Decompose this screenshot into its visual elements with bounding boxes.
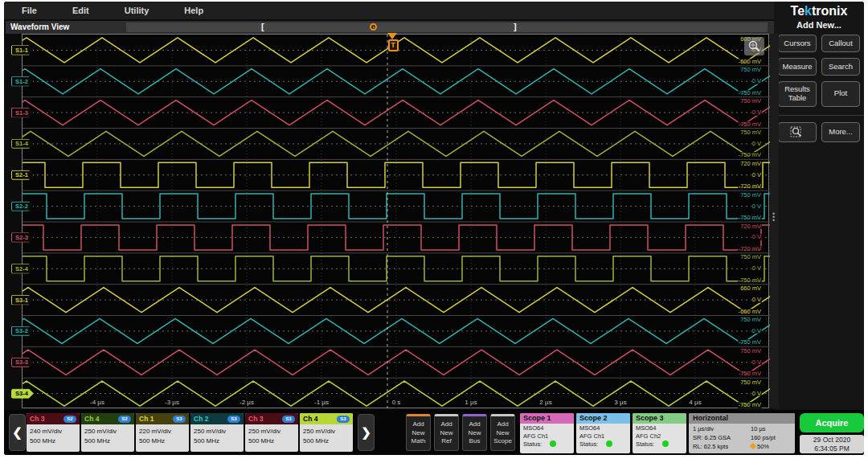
channel-badge-ch4[interactable]: Ch 4S2250 mV/div500 MHz <box>81 413 134 452</box>
scope-status: Status: <box>636 440 683 449</box>
scope-status: Status: <box>523 440 571 449</box>
scope-name: Scope 3 <box>633 413 686 424</box>
scope-tag-s3: S3 <box>173 416 186 423</box>
tab-strip: Waveform View [ ] <box>6 21 774 34</box>
channel-label: Ch 4 <box>84 415 99 423</box>
scope-panel-3[interactable]: Scope 3MSO64AFG Ch2Status: <box>633 413 686 453</box>
channel-bandwidth: 500 MHz <box>194 436 240 446</box>
scale-label-zero: 0 V <box>751 141 762 147</box>
scale-label-bottom: -750 mV <box>738 152 762 158</box>
scale-label-bottom: -660 mV <box>738 309 762 315</box>
channel-badge-ch2[interactable]: Ch 2S3250 mV/div500 MHz <box>190 413 244 452</box>
add-new-cursors-button[interactable]: Cursors <box>778 35 817 52</box>
scope-tag-s3: S3 <box>337 416 350 423</box>
sidebar-add-new: Tektronix Add New... CursorsCalloutMeasu… <box>774 2 864 410</box>
scale-label-bottom: -750 mV <box>738 121 762 128</box>
channel-badge-settings: 250 mV/div500 MHz <box>190 424 244 445</box>
channel-badge-settings: 250 mV/div500 MHz <box>81 424 134 445</box>
status-ok-icon <box>606 440 612 447</box>
channel-badge-ch3[interactable]: Ch 3S3250 mV/div500 MHz <box>245 413 298 452</box>
channel-badge-ch3[interactable]: Ch 3S2240 mV/div500 MHz <box>27 413 80 452</box>
add-new-callout-button[interactable]: Callout <box>821 35 860 52</box>
scope-name: Scope 1 <box>520 413 574 424</box>
time-label: -4 µs <box>90 399 104 406</box>
horizontal-right-value: 10 µs <box>751 425 791 434</box>
scope-panel-2[interactable]: Scope 2MSO64AFG Ch1Status: <box>576 413 630 453</box>
scale-label-top: 720 mV <box>739 223 762 230</box>
scope-model: MSO64 <box>636 424 683 432</box>
scroll-right-button[interactable]: ❯ <box>358 414 375 451</box>
channel-badge-header: Ch 4S3 <box>300 413 353 424</box>
scope-info: MSO64AFG Ch1Status: <box>520 424 574 449</box>
horizontal-panel[interactable]: Horizontal 1 µs/div10 µsSR: 6.25 GSA160 … <box>689 413 795 453</box>
channel-scale: 250 mV/div <box>84 427 131 436</box>
divider-drag-handle[interactable]: ••• <box>772 212 775 222</box>
status-ok-icon <box>550 440 556 447</box>
scale-label-zero: 0 V <box>751 234 762 240</box>
channel-scale: 240 mV/div <box>30 427 76 436</box>
scale-label-zero: 0 V <box>751 172 762 178</box>
channel-badge-ch4[interactable]: Ch 4S3250 mV/div500 MHz <box>300 413 353 452</box>
horizontal-left-value: RL: 62.5 kpts <box>693 443 751 452</box>
menu-item-edit[interactable]: Edit <box>72 6 89 15</box>
add-new-math-button[interactable]: Add New Math <box>406 414 431 451</box>
channel-label: Ch 4 <box>303 415 317 423</box>
channel-scale: 250 mV/div <box>194 427 240 436</box>
tektronix-logo: Tektronix <box>774 4 864 18</box>
graticule-zoom-button[interactable] <box>744 37 764 55</box>
add-new-bottom-row: More... <box>774 115 864 142</box>
scale-label-bottom: -750 mV <box>738 339 762 346</box>
channel-badge-header: Ch 2S3 <box>190 413 244 424</box>
add-new-bus-button[interactable]: Add New Bus <box>462 414 487 451</box>
menu-item-help[interactable]: Help <box>184 6 203 15</box>
acquire-button[interactable]: Acquire <box>800 413 864 432</box>
channel-badge-settings: 250 mV/div500 MHz <box>245 424 298 445</box>
scale-label-bottom: -750 mV <box>738 371 762 377</box>
expansion-point-marker[interactable] <box>370 23 377 31</box>
window-bracket-right: ] <box>514 22 517 32</box>
menu-item-file[interactable]: File <box>22 6 37 15</box>
scale-label-zero: 0 V <box>751 203 762 210</box>
scale-label-bottom: -750 mV <box>738 402 762 408</box>
time-label: 4 µs <box>689 399 701 406</box>
scroll-left-button[interactable]: ❮ <box>9 414 26 451</box>
zoom-tool-button[interactable] <box>778 122 817 142</box>
tab-waveform-view[interactable]: Waveform View <box>10 23 69 31</box>
add-new-measure-button[interactable]: Measure <box>778 58 817 76</box>
channel-bandwidth: 500 MHz <box>84 436 131 446</box>
scope-panel-1[interactable]: Scope 1MSO64AFG Ch1Status: <box>520 413 574 453</box>
scale-label-bottom: -600 mV <box>738 59 762 65</box>
add-new-search-button[interactable]: Search <box>821 58 860 76</box>
acquisition-window-bar: [ ] <box>126 23 768 32</box>
scale-label-top: 750 mV <box>739 317 762 323</box>
scale-label-top: 750 mV <box>739 379 762 386</box>
scope-source: AFG Ch1 <box>523 432 571 440</box>
menu-item-utility[interactable]: Utility <box>125 6 149 15</box>
horizontal-right-value: 50% <box>751 443 791 452</box>
waveform-graticule: S1-1600 mV0 V-600 mVS1-2750 mV0 V-750 mV… <box>22 34 769 408</box>
scale-label-top: 660 mV <box>739 285 762 292</box>
add-new-scope-button[interactable]: Add New Scope <box>490 414 515 451</box>
scale-label-zero: 0 V <box>751 297 762 303</box>
add-new-plot-button[interactable]: Plot <box>821 81 860 107</box>
time-label: 0 s <box>392 399 401 406</box>
scope-tag-s3: S3 <box>282 416 295 423</box>
channel-scale: 250 mV/div <box>248 427 295 436</box>
horizontal-left-value: SR: 6.25 GSA <box>693 434 751 443</box>
panel-divider: ••• <box>770 34 779 408</box>
scale-label-top: 750 mV <box>739 192 762 199</box>
more-button[interactable]: More... <box>821 122 860 142</box>
scale-label-zero: 0 V <box>751 265 762 272</box>
waveform-canvas <box>23 35 770 409</box>
channel-badge-settings: 240 mV/div500 MHz <box>27 424 80 445</box>
scale-label-bottom: -750 mV <box>738 277 762 284</box>
scope-name: Scope 2 <box>576 413 630 424</box>
channel-badge-ch1[interactable]: Ch 1S3220 mV/div500 MHz <box>136 413 189 452</box>
trigger-indicator[interactable]: T <box>388 39 399 51</box>
menu-bar: FileEditUtilityHelp <box>4 2 774 19</box>
scale-label-top: 750 mV <box>739 98 762 104</box>
channel-badge-header: Ch 3S3 <box>245 413 298 424</box>
channel-label: Ch 1 <box>139 415 154 423</box>
add-new-ref-button[interactable]: Add New Ref <box>434 414 459 451</box>
add-new-results-table-button[interactable]: Results Table <box>778 81 817 107</box>
